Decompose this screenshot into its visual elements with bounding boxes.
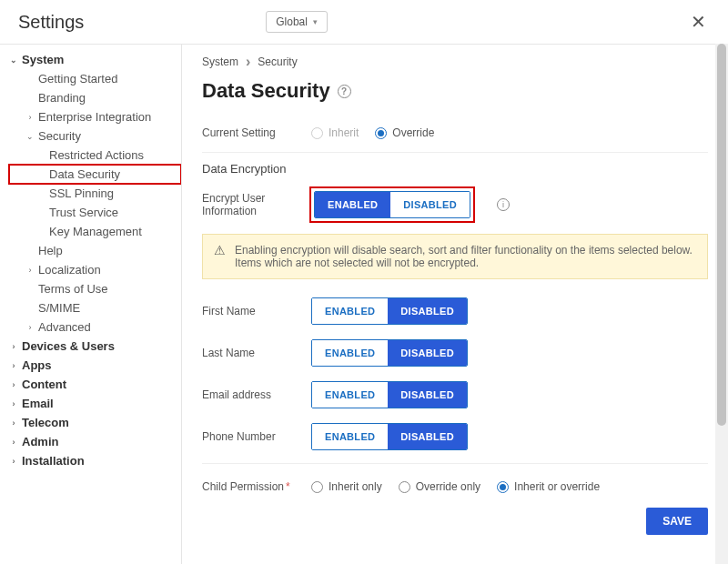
encrypt-user-info-label: Encrypt User Information — [202, 192, 311, 217]
radio-inherit-or-override[interactable]: Inherit or override — [497, 480, 600, 493]
radio-inherit[interactable]: Inherit — [311, 126, 359, 139]
close-icon[interactable]: ✕ — [683, 7, 713, 36]
save-button[interactable]: SAVE — [646, 508, 708, 535]
toggle-last_name-enabled[interactable]: ENABLED — [312, 340, 388, 366]
toggle-phone-enabled[interactable]: ENABLED — [312, 424, 388, 449]
sidebar: ⌄SystemGetting StartedBranding›Enterpris… — [0, 45, 182, 564]
toggle-email-enabled[interactable]: ENABLED — [312, 382, 388, 408]
sidebar-item-label: Telecom — [22, 416, 69, 429]
divider — [202, 463, 708, 464]
sidebar-item-devices-users[interactable]: ›Devices & Users — [9, 337, 181, 356]
sidebar-item-telecom[interactable]: ›Telecom — [9, 413, 181, 432]
sidebar-item-localization[interactable]: ›Localization — [9, 260, 181, 279]
breadcrumb-system[interactable]: System — [202, 55, 238, 68]
toggle-phone-disabled[interactable]: DISABLED — [388, 424, 467, 449]
sidebar-item-branding[interactable]: Branding — [9, 88, 181, 107]
sidebar-item-getting-started[interactable]: Getting Started — [9, 69, 181, 88]
toggle-encrypt-enabled[interactable]: ENABLED — [315, 192, 390, 217]
sidebar-item-restricted-actions[interactable]: Restricted Actions — [9, 146, 181, 165]
sidebar-item-content[interactable]: ›Content — [9, 375, 181, 394]
toggle-first_name-enabled[interactable]: ENABLED — [312, 298, 388, 324]
chevron-right-icon: › — [246, 54, 250, 70]
radio-override-only[interactable]: Override only — [399, 480, 480, 493]
main-content: System › Security Data Security ? Curren… — [182, 45, 728, 564]
sidebar-item-label: Terms of Use — [38, 282, 108, 296]
scrollbar-track[interactable] — [715, 44, 728, 564]
toggle-email-disabled[interactable]: DISABLED — [388, 382, 467, 408]
toggle-encrypt-disabled[interactable]: DISABLED — [390, 192, 470, 217]
sidebar-item-email[interactable]: ›Email — [9, 394, 181, 413]
sidebar-item-key-management[interactable]: Key Management — [9, 222, 181, 241]
sidebar-item-admin[interactable]: ›Admin — [9, 432, 181, 451]
sidebar-item-apps[interactable]: ›Apps — [9, 356, 181, 375]
chevron-right-icon: › — [9, 438, 18, 447]
chevron-right-icon: › — [9, 380, 18, 389]
settings-header: Settings Global ▾ ✕ — [0, 0, 728, 44]
toggle-encrypt-user-info: ENABLED DISABLED — [314, 191, 470, 218]
sidebar-item-label: Admin — [22, 435, 58, 448]
toggle-last_name-disabled[interactable]: DISABLED — [388, 340, 467, 366]
email-label: Email address — [202, 388, 311, 401]
sidebar-item-label: Installation — [22, 454, 85, 468]
last_name-label: Last Name — [202, 347, 311, 359]
radio-override[interactable]: Override — [375, 126, 434, 139]
sidebar-item-label: Security — [38, 129, 81, 143]
first_name-label: First Name — [202, 305, 311, 317]
warning-icon: ⚠ — [214, 244, 226, 257]
sidebar-item-label: System — [22, 53, 64, 66]
chevron-right-icon: › — [9, 457, 18, 466]
breadcrumb-security[interactable]: Security — [258, 55, 297, 68]
row-last_name: Last NameENABLEDDISABLED — [202, 332, 708, 374]
sidebar-item-installation[interactable]: ›Installation — [9, 451, 181, 470]
toggle-first_name-disabled[interactable]: DISABLED — [388, 298, 467, 324]
section-data-encryption: Data Encryption — [202, 162, 708, 176]
sidebar-item-label: SSL Pinning — [49, 186, 114, 200]
row-encrypt-user-info: Encrypt User Information ENABLED DISABLE… — [202, 181, 708, 228]
sidebar-tree: ⌄SystemGetting StartedBranding›Enterpris… — [9, 50, 181, 470]
sidebar-item-advanced[interactable]: ›Advanced — [9, 317, 181, 337]
scrollbar-thumb[interactable] — [717, 44, 726, 426]
info-icon[interactable]: i — [497, 198, 510, 211]
sidebar-item-terms-of-use[interactable]: Terms of Use — [9, 279, 181, 298]
sidebar-item-security[interactable]: ⌄Security — [9, 126, 181, 146]
breadcrumb: System › Security — [202, 54, 708, 70]
sidebar-item-label: Apps — [22, 358, 52, 372]
scope-label: Global — [276, 15, 308, 28]
sidebar-item-s-mime[interactable]: S/MIME — [9, 298, 181, 317]
encrypt-enabled-highlight: ENABLED DISABLED — [311, 188, 473, 221]
current-setting-label: Current Setting — [202, 126, 311, 139]
sidebar-item-label: S/MIME — [38, 301, 80, 315]
chevron-down-icon: ⌄ — [9, 55, 18, 65]
radio-inherit-only[interactable]: Inherit only — [311, 480, 382, 493]
chevron-right-icon: › — [9, 361, 18, 370]
page-title: Data Security ? — [202, 79, 708, 103]
sidebar-item-help[interactable]: Help — [9, 241, 181, 260]
warning-text: Enabling encryption will disable search,… — [235, 244, 696, 269]
chevron-right-icon: › — [25, 266, 35, 275]
sidebar-item-label: Content — [22, 378, 66, 391]
sidebar-item-system[interactable]: ⌄System — [9, 50, 181, 69]
toggle-email: ENABLEDDISABLED — [311, 381, 468, 408]
sidebar-item-trust-service[interactable]: Trust Service — [9, 203, 181, 222]
chevron-down-icon: ▾ — [313, 17, 318, 26]
chevron-right-icon: › — [25, 113, 35, 122]
help-icon[interactable]: ? — [338, 85, 351, 98]
toggle-first_name: ENABLEDDISABLED — [311, 297, 468, 325]
sidebar-item-ssl-pinning[interactable]: SSL Pinning — [9, 184, 181, 203]
sidebar-item-enterprise-integration[interactable]: ›Enterprise Integration — [9, 107, 181, 126]
divider — [202, 152, 708, 153]
scope-dropdown[interactable]: Global ▾ — [266, 11, 328, 33]
phone-label: Phone Number — [202, 430, 311, 443]
row-current-setting: Current Setting Inherit Override — [202, 119, 708, 146]
sidebar-item-label: Localization — [38, 263, 101, 277]
chevron-right-icon: › — [9, 418, 18, 428]
chevron-right-icon: › — [9, 399, 18, 408]
encryption-warning: ⚠ Enabling encryption will disable searc… — [202, 234, 708, 279]
sidebar-item-label: Enterprise Integration — [38, 110, 151, 124]
sidebar-item-data-security[interactable]: Data Security — [9, 165, 181, 184]
row-first_name: First NameENABLEDDISABLED — [202, 290, 708, 332]
chevron-right-icon: › — [25, 323, 35, 332]
sidebar-item-label: Restricted Actions — [49, 148, 144, 162]
row-child-permission: Child Permission* Inherit only Override … — [202, 473, 708, 500]
sidebar-item-label: Email — [22, 397, 54, 410]
